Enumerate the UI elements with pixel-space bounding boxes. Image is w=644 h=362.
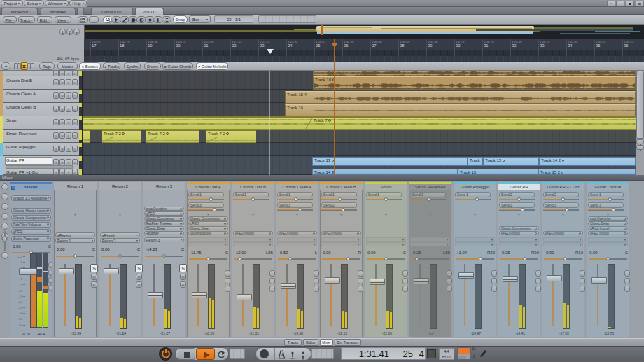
svg-text:+12: +12 bbox=[18, 255, 23, 258]
svg-text:-9: -9 bbox=[20, 283, 22, 286]
svg-text:-60: -60 bbox=[18, 323, 23, 327]
svg-text:-50: -50 bbox=[18, 317, 23, 321]
svg-text:-18: -18 bbox=[18, 295, 23, 298]
svg-text:-40: -40 bbox=[18, 312, 23, 315]
svg-text:-24: -24 bbox=[18, 300, 23, 304]
svg-text:-30: -30 bbox=[18, 306, 23, 309]
svg-text:+6: +6 bbox=[19, 260, 22, 264]
svg-text:-6: -6 bbox=[20, 277, 22, 281]
svg-text:-12: -12 bbox=[18, 289, 23, 293]
